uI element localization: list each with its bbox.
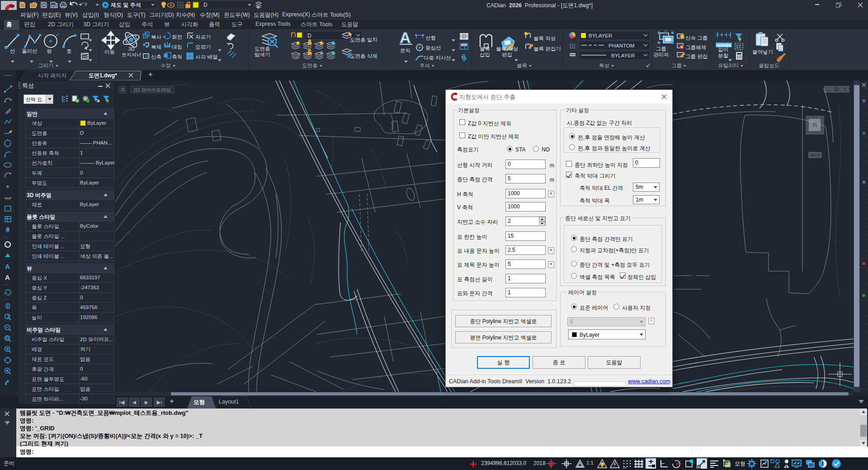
svg-text:A: A bbox=[5, 263, 10, 270]
svg-text:BYLAYER: BYLAYER bbox=[611, 53, 635, 58]
svg-text:A: A bbox=[400, 30, 411, 46]
svg-text:BYLAYER: BYLAYER bbox=[589, 33, 612, 38]
svg-text:⚒: ⚒ bbox=[179, 3, 182, 8]
svg-text:제도 및 주석: 제도 및 주석 bbox=[110, 2, 141, 8]
svg-text:D: D bbox=[307, 33, 311, 39]
svg-text:A: A bbox=[5, 273, 10, 281]
svg-text:PHANTOM: PHANTOM bbox=[609, 43, 634, 48]
svg-text:D: D bbox=[203, 2, 208, 8]
